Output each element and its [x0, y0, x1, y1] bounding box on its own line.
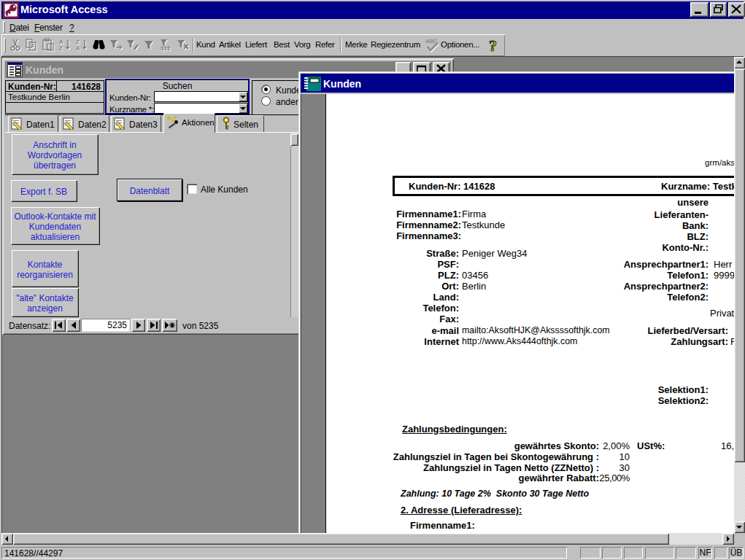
svg-text:ABC: ABC — [425, 38, 438, 44]
svg-text:?: ? — [489, 37, 497, 53]
